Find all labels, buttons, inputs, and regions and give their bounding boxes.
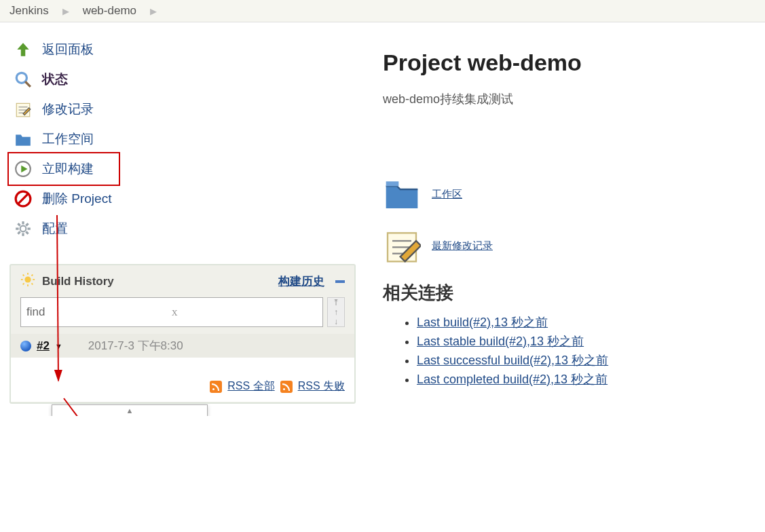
- workspace-link[interactable]: 工作区: [432, 188, 462, 201]
- notepad-icon: [14, 100, 33, 119]
- rss-row: RSS 全部 RSS 失败: [11, 371, 354, 402]
- history-trend-link[interactable]: 构建历史: [278, 273, 324, 289]
- related-links-list: Last build(#2),13 秒之前 Last stable build(…: [417, 314, 758, 387]
- nav-label: 立即构建: [42, 160, 94, 178]
- svg-point-10: [24, 276, 31, 282]
- nav-build-now[interactable]: 立即构建: [10, 154, 118, 184]
- page-title: Project web-demo: [383, 50, 758, 76]
- list-item: Last completed build(#2),13 秒之前: [417, 371, 758, 387]
- nav-changes[interactable]: 修改记录: [10, 94, 357, 124]
- svg-line-15: [23, 275, 24, 276]
- list-item: Last successful build(#2),13 秒之前: [417, 352, 758, 368]
- workspace-link-row[interactable]: 工作区: [383, 175, 758, 213]
- nav-label: 配置: [42, 220, 68, 238]
- notepad-icon: [383, 227, 421, 265]
- history-search-input[interactable]: find x: [20, 297, 323, 327]
- changes-link-row[interactable]: 最新修改记录: [383, 227, 758, 265]
- chevron-right-icon: ▶: [150, 6, 157, 16]
- list-item: Last stable build(#2),13 秒之前: [417, 333, 758, 349]
- svg-point-0: [16, 73, 26, 83]
- nav-delete-project[interactable]: 删除 Project: [10, 184, 357, 214]
- build-history-panel: Build History 构建历史 find x ⤒ ↑ ↓ #2 ▼: [10, 264, 356, 404]
- svg-line-1: [25, 81, 31, 87]
- clear-icon[interactable]: x: [172, 305, 317, 319]
- status-ball-icon: [20, 341, 31, 352]
- scroll-up-icon[interactable]: ▲: [52, 405, 207, 416]
- sun-icon: [20, 272, 35, 290]
- nav-workspace[interactable]: 工作空间: [10, 124, 357, 154]
- build-date: 2017-7-3 下午8:30: [88, 338, 183, 354]
- nav-label: 删除 Project: [42, 190, 111, 208]
- related-link[interactable]: Last successful build(#2),13 秒之前: [417, 354, 608, 367]
- nav-status[interactable]: 状态: [10, 64, 357, 94]
- collapse-icon[interactable]: [335, 280, 345, 283]
- scroll-down-icon[interactable]: ↓: [334, 317, 338, 326]
- nav-label: 修改记录: [42, 100, 94, 118]
- nav-back-to-dashboard[interactable]: 返回面板: [10, 35, 357, 64]
- rss-all-link[interactable]: RSS 全部: [227, 379, 274, 394]
- list-item: Last build(#2),13 秒之前: [417, 314, 758, 330]
- build-number[interactable]: #2: [37, 339, 50, 353]
- related-links-heading: 相关连接: [383, 281, 758, 305]
- nav-label: 工作空间: [42, 130, 94, 148]
- rss-icon: [210, 381, 222, 393]
- recent-changes-link[interactable]: 最新修改记录: [432, 240, 493, 252]
- history-title: Build History: [42, 275, 114, 288]
- svg-point-9: [20, 226, 26, 232]
- project-description: web-demo持续集成测试: [383, 91, 758, 107]
- chevron-right-icon: ▶: [62, 6, 69, 16]
- breadcrumb: Jenkins ▶ web-demo ▶: [0, 0, 765, 22]
- svg-line-8: [18, 193, 28, 204]
- nav-label: 状态: [42, 71, 68, 88]
- nav-label: 返回面板: [42, 41, 94, 58]
- build-row[interactable]: #2 ▼ 2017-7-3 下午8:30: [11, 334, 354, 358]
- related-link[interactable]: Last build(#2),13 秒之前: [417, 316, 548, 329]
- breadcrumb-project[interactable]: web-demo: [83, 4, 136, 18]
- rss-icon: [280, 381, 293, 393]
- svg-line-18: [23, 284, 24, 285]
- related-link[interactable]: Last completed build(#2),13 秒之前: [417, 373, 608, 386]
- nav-configure[interactable]: 配置: [10, 214, 357, 244]
- svg-line-16: [32, 284, 33, 285]
- build-row[interactable]: [11, 358, 354, 371]
- folder-icon: [14, 130, 33, 149]
- related-link[interactable]: Last stable build(#2),13 秒之前: [417, 335, 584, 348]
- forbid-icon: [14, 189, 33, 208]
- gear-icon: [14, 219, 33, 238]
- folder-icon: [383, 175, 421, 213]
- clock-play-icon: [14, 159, 33, 178]
- search-value: find: [26, 305, 172, 319]
- svg-rect-28: [386, 181, 399, 186]
- search-icon: [14, 70, 33, 89]
- arrow-up-icon: [14, 40, 33, 59]
- rss-failed-link[interactable]: RSS 失败: [298, 379, 345, 394]
- trend-scroll[interactable]: ⤒ ↑ ↓: [327, 297, 345, 327]
- chevron-down-icon[interactable]: ▼: [55, 342, 62, 350]
- scroll-top-icon[interactable]: ⤒: [333, 298, 339, 307]
- build-context-menu: ▲ 变更记录 Console Output 编辑编译信息 删除本次生成: [52, 404, 208, 416]
- scroll-up-icon[interactable]: ↑: [334, 307, 338, 317]
- svg-line-17: [32, 275, 33, 276]
- breadcrumb-root[interactable]: Jenkins: [10, 4, 49, 18]
